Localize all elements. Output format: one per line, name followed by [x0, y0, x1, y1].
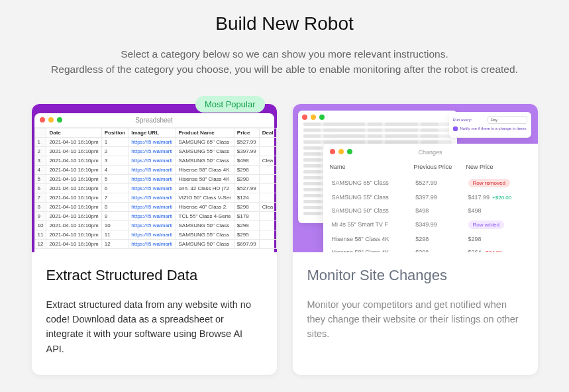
card-monitor-title: Monitor Site Changes	[307, 267, 523, 284]
table-col: Position	[101, 128, 129, 137]
changes-title: Changes	[330, 149, 531, 156]
card-monitor-description: Monitor your competitors and get notifie…	[307, 297, 523, 342]
table-row: 52021-04-10 16:10pm5https://i5.walmartiH…	[34, 174, 276, 183]
table-row: Hisense 58" Class 4K$298$298	[330, 232, 531, 246]
table-col: Price	[234, 128, 259, 137]
notify-settings: Run every: Day Notify me if there is a c…	[449, 112, 531, 138]
table-col	[34, 128, 46, 137]
card-extract-data[interactable]: Most Popular Spreadsheet DatePositionIma…	[32, 104, 277, 375]
run-every-select: Day	[488, 116, 527, 124]
card-monitor-preview: Run every: Day Notify me if there is a c…	[293, 104, 538, 252]
page-subtitle: Select a category below so we can show y…	[20, 46, 549, 77]
table-row: SAMSUNG 55" Class$397.99$417.99+$20.00	[330, 191, 531, 204]
most-popular-badge: Most Popular	[195, 96, 265, 113]
subtitle-line1: Select a category below so we can show y…	[121, 48, 448, 60]
card-monitor-changes[interactable]: Run every: Day Notify me if there is a c…	[293, 104, 538, 375]
table-col: Image URL	[129, 128, 176, 137]
table-row: 92021-04-10 16:10pm9https://i5.walmartiT…	[34, 211, 276, 220]
table-row: 82021-04-10 16:10pm8https://i5.walmartiH…	[34, 202, 276, 211]
spreadsheet-table: DatePositionImage URLProduct NamePriceDe…	[34, 128, 277, 249]
table-row: SAMSUNG 65" Class$527.99Row removed	[330, 175, 531, 191]
run-every-label: Run every:	[453, 118, 472, 122]
table-row: 32021-04-10 16:10pm3https://i5.walmartiS…	[34, 156, 276, 165]
card-extract-title: Extract Structured Data	[46, 267, 262, 284]
card-extract-preview: Spreadsheet DatePositionImage URLProduct…	[32, 104, 277, 252]
table-row: 112021-04-10 16:10pm11https://i5.walmart…	[34, 230, 276, 239]
table-row: 62021-04-10 16:10pm6https://i5.walmartio…	[34, 183, 276, 193]
spreadsheet-title: Spreadsheet	[34, 117, 274, 124]
table-row: 122021-04-10 16:10pm12https://i5.walmart…	[34, 239, 276, 248]
table-col: Product Name	[176, 128, 234, 137]
category-cards: Most Popular Spreadsheet DatePositionIma…	[20, 104, 549, 375]
table-row: 72021-04-10 16:10pm7https://i5.walmartiV…	[34, 193, 276, 202]
table-col: New Price	[466, 164, 531, 175]
table-row: Hisense 58" Class 4K$298$264-$34.00	[330, 246, 531, 252]
table-col: Name	[330, 164, 414, 175]
card-extract-description: Extract structured data from any website…	[46, 297, 262, 357]
table-col: Deal	[259, 128, 276, 137]
page-title: Build New Robot	[20, 13, 549, 34]
table-row: 102021-04-10 16:10pm10https://i5.walmart…	[34, 220, 276, 230]
table-col: Previous Price	[413, 164, 466, 175]
notify-checkbox-icon	[453, 126, 458, 131]
spreadsheet-window: Spreadsheet DatePositionImage URLProduct…	[34, 113, 274, 252]
notify-checkbox-label: Notify me if there is a change in items	[460, 126, 527, 130]
table-row: 12021-04-10 16:10pm1https://i5.walmartiS…	[34, 137, 276, 146]
changes-panel: Changes NamePrevious PriceNew Price SAMS…	[323, 144, 538, 252]
table-row: 22021-04-10 16:10pm2https://i5.walmartiS…	[34, 146, 276, 156]
table-row: SAMSUNG 50" Class$498$498	[330, 204, 531, 217]
subtitle-line2: Regardless of the category you choose, y…	[51, 64, 518, 75]
table-row: Mi 4s 55" Smart TV F$349.99Row added	[330, 217, 531, 232]
table-col: Date	[46, 128, 101, 137]
changes-table: NamePrevious PriceNew Price SAMSUNG 65" …	[330, 164, 531, 252]
table-row: 42021-04-10 16:10pm4https://i5.walmartiH…	[34, 165, 276, 174]
